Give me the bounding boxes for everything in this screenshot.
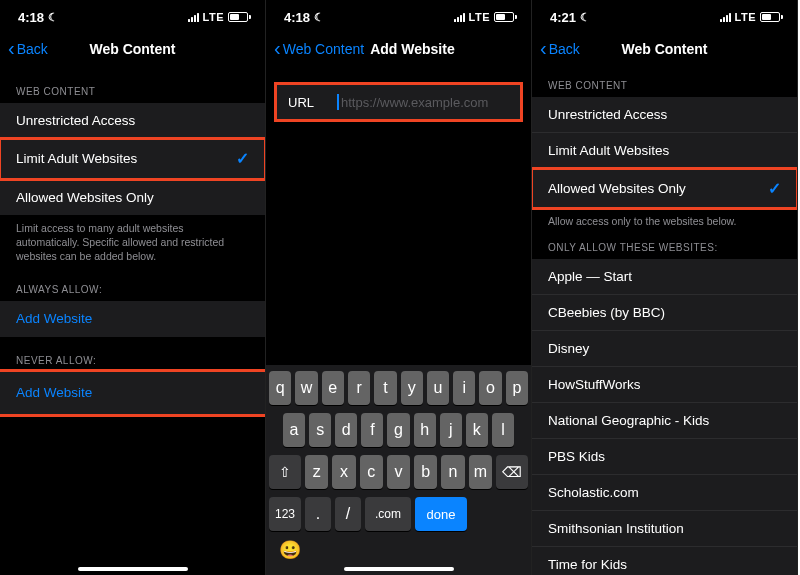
url-label: URL [288,95,337,110]
allowed-site-label: HowStuffWorks [548,377,641,392]
back-label: Back [549,41,580,57]
dotcom-key[interactable]: .com [365,497,411,531]
home-indicator[interactable] [344,567,454,571]
key-e[interactable]: e [322,371,344,405]
screen-add-website: 4:18 ☾ LTE ‹ Web Content Add Website URL… [266,0,532,575]
chevron-left-icon: ‹ [8,38,15,58]
allowed-site-row[interactable]: Apple — Start [532,259,797,295]
text-cursor [337,94,339,110]
section-header-always-allow: ALWAYS ALLOW: [0,266,265,301]
network-label: LTE [735,11,756,23]
section-header-web-content: WEB CONTENT [0,68,265,103]
allowed-site-label: Disney [548,341,589,356]
key-j[interactable]: j [440,413,462,447]
chevron-left-icon: ‹ [540,38,547,58]
page-title: Add Website [370,41,455,57]
option-label: Allowed Websites Only [548,181,686,196]
keyboard-row-3-letters: zxcvbnm [305,455,492,489]
key-o[interactable]: o [479,371,501,405]
key-k[interactable]: k [466,413,488,447]
nav-bar: ‹ Web Content Add Website [266,30,531,68]
allowed-site-row[interactable]: Disney [532,331,797,367]
add-website-always[interactable]: Add Website [0,301,265,337]
key-m[interactable]: m [469,455,492,489]
allowed-site-row[interactable]: CBeebies (by BBC) [532,295,797,331]
option-unrestricted[interactable]: Unrestricted Access [532,97,797,133]
key-d[interactable]: d [335,413,357,447]
emoji-key[interactable]: 😀 [279,539,301,561]
key-t[interactable]: t [374,371,396,405]
key-v[interactable]: v [387,455,410,489]
keyboard-bottom-row: 123 . / .com done [269,497,528,531]
checkmark-icon: ✓ [236,149,249,168]
key-p[interactable]: p [506,371,528,405]
key-l[interactable]: l [492,413,514,447]
key-w[interactable]: w [295,371,317,405]
keyboard-row-1: qwertyuiop [269,371,528,405]
slash-key[interactable]: / [335,497,361,531]
numbers-key[interactable]: 123 [269,497,301,531]
allowed-site-label: National Geographic - Kids [548,413,709,428]
shift-key[interactable]: ⇧ [269,455,301,489]
back-button[interactable]: ‹ Back [8,40,48,58]
backspace-key[interactable]: ⌫ [496,455,528,489]
status-time: 4:18 [284,10,310,25]
status-bar: 4:18 ☾ LTE [266,0,531,30]
option-unrestricted[interactable]: Unrestricted Access [0,103,265,139]
cell-signal-icon [454,12,465,22]
allowed-site-row[interactable]: HowStuffWorks [532,367,797,403]
allowed-site-label: Apple — Start [548,269,632,284]
web-content-options: Unrestricted Access Limit Adult Websites… [532,97,797,208]
key-y[interactable]: y [401,371,423,405]
key-s[interactable]: s [309,413,331,447]
allowed-site-label: Scholastic.com [548,485,639,500]
url-field-row[interactable]: URL [276,84,521,120]
dot-key[interactable]: . [305,497,331,531]
option-limit-adult[interactable]: Limit Adult Websites [532,133,797,169]
add-website-never[interactable]: Add Website [0,372,265,414]
cell-signal-icon [720,12,731,22]
allowed-site-row[interactable]: National Geographic - Kids [532,403,797,439]
key-c[interactable]: c [360,455,383,489]
key-b[interactable]: b [414,455,437,489]
key-r[interactable]: r [348,371,370,405]
network-label: LTE [203,11,224,23]
url-input[interactable] [341,95,509,110]
back-button[interactable]: ‹ Back [540,40,580,58]
allowed-site-row[interactable]: Time for Kids [532,547,797,575]
key-u[interactable]: u [427,371,449,405]
option-allowed-only[interactable]: Allowed Websites Only ✓ [532,169,797,208]
key-g[interactable]: g [387,413,409,447]
key-z[interactable]: z [305,455,328,489]
allowed-site-label: Smithsonian Institution [548,521,684,536]
section-footer: Limit access to many adult websites auto… [0,215,265,266]
key-h[interactable]: h [414,413,436,447]
back-label: Back [17,41,48,57]
battery-icon [760,12,783,22]
option-limit-adult[interactable]: Limit Adult Websites ✓ [0,139,265,179]
screen-web-content-allowed: 4:21 ☾ LTE ‹ Back Web Content WEB CONTEN… [532,0,798,575]
nav-bar: ‹ Back Web Content [0,30,265,68]
key-n[interactable]: n [441,455,464,489]
key-x[interactable]: x [332,455,355,489]
keyboard-row-3: ⇧ zxcvbnm ⌫ [269,455,528,489]
keyboard: qwertyuiop asdfghjkl ⇧ zxcvbnm ⌫ 123 . /… [266,365,531,575]
key-f[interactable]: f [361,413,383,447]
option-label: Unrestricted Access [548,107,667,122]
key-a[interactable]: a [283,413,305,447]
allowed-site-row[interactable]: PBS Kids [532,439,797,475]
allowed-site-label: CBeebies (by BBC) [548,305,665,320]
screen-web-content-limit: 4:18 ☾ LTE ‹ Back Web Content WEB CONTEN… [0,0,266,575]
key-q[interactable]: q [269,371,291,405]
do-not-disturb-icon: ☾ [580,11,590,24]
done-key[interactable]: done [415,497,467,531]
allowed-site-row[interactable]: Scholastic.com [532,475,797,511]
option-allowed-only[interactable]: Allowed Websites Only [0,179,265,215]
allowed-site-row[interactable]: Smithsonian Institution [532,511,797,547]
back-button[interactable]: ‹ Web Content [274,40,364,58]
allowed-sites-list: Apple — StartCBeebies (by BBC)DisneyHowS… [532,259,797,575]
key-i[interactable]: i [453,371,475,405]
allowed-site-label: PBS Kids [548,449,605,464]
status-bar: 4:21 ☾ LTE [532,0,797,30]
home-indicator[interactable] [78,567,188,571]
